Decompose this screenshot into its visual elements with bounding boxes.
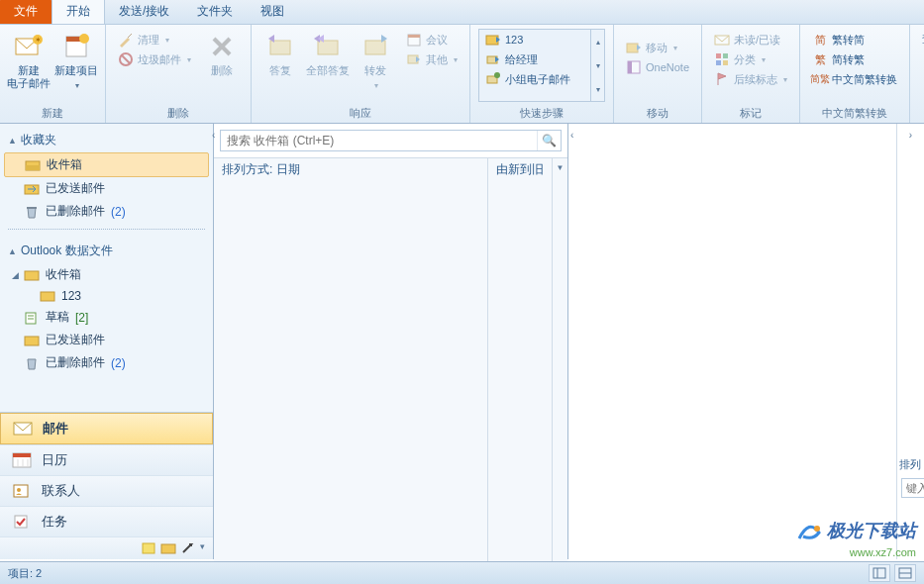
junk-button[interactable]: 垃圾邮件▾ bbox=[114, 50, 195, 68]
fav-inbox[interactable]: 收件箱 bbox=[4, 152, 209, 177]
team-mail-icon bbox=[485, 71, 501, 87]
module-tasks[interactable]: 任务 bbox=[0, 506, 213, 536]
nav-mini-buttons: ▾ bbox=[0, 536, 213, 559]
svg-rect-27 bbox=[716, 60, 721, 65]
search-button[interactable]: 🔍 bbox=[537, 131, 561, 150]
reply-all-button[interactable]: 全部答复 bbox=[305, 27, 351, 81]
df-inbox[interactable]: ◢ 收件箱 bbox=[0, 263, 213, 286]
list-collapse-handle[interactable]: ‹ bbox=[570, 130, 573, 141]
group-chinese-convert: 简繁转简 繁简转繁 简繁中文简繁转换 中文简繁转换 bbox=[800, 25, 910, 123]
module-contacts[interactable]: 联系人 bbox=[0, 475, 213, 506]
new-task-input[interactable] bbox=[901, 478, 924, 498]
view-reading-button[interactable] bbox=[894, 564, 916, 582]
arrange-label: 排列 bbox=[897, 453, 924, 476]
folder-icon bbox=[40, 289, 55, 303]
tab-file[interactable]: 文件 bbox=[0, 0, 51, 24]
gallery-more-icon[interactable]: ▾ bbox=[596, 85, 600, 94]
categorize-icon bbox=[714, 51, 730, 67]
svg-text:✶: ✶ bbox=[35, 36, 42, 45]
new-item-icon bbox=[60, 31, 92, 62]
svg-line-6 bbox=[128, 34, 132, 38]
todo-bar: › 排列 bbox=[896, 124, 924, 559]
tab-send-receive[interactable]: 发送/接收 bbox=[105, 0, 183, 24]
find-contact-button[interactable]: 查找联 bbox=[918, 31, 924, 48]
configure-mini-icon[interactable]: ▾ bbox=[200, 541, 205, 555]
svg-rect-11 bbox=[270, 41, 290, 54]
group-delete: 清理▾ 垃圾邮件▾ 删除 删除 bbox=[106, 25, 252, 123]
gallery-down-icon[interactable]: ▾ bbox=[596, 61, 600, 70]
move-button[interactable]: 移动▾ bbox=[622, 39, 693, 56]
respond-more-button[interactable]: 其他▾ bbox=[402, 50, 462, 68]
df-drafts[interactable]: 草稿 [2] bbox=[0, 306, 213, 329]
favorites-header[interactable]: ▲收藏夹 bbox=[0, 128, 213, 152]
gallery-up-icon[interactable]: ▴ bbox=[596, 38, 600, 47]
reply-icon bbox=[264, 31, 296, 62]
svg-line-8 bbox=[122, 55, 130, 63]
calendar-icon bbox=[12, 452, 32, 468]
new-item-label: 新建项目 bbox=[54, 64, 98, 77]
sort-dropdown-icon[interactable]: ▼ bbox=[552, 158, 567, 584]
svg-rect-49 bbox=[143, 543, 154, 553]
onenote-button[interactable]: OneNote bbox=[622, 58, 693, 76]
inbox-icon bbox=[24, 268, 40, 282]
collapse-icon: ▲ bbox=[8, 136, 17, 146]
trash-icon bbox=[24, 205, 40, 219]
clean-button[interactable]: 清理▾ bbox=[114, 31, 195, 49]
df-inbox-123[interactable]: 123 bbox=[0, 286, 213, 306]
sort-direction-label[interactable]: 由新到旧 bbox=[488, 158, 552, 584]
quick-steps-gallery[interactable]: 123 给经理 小组电子邮件 ▴ ▾ ▾ bbox=[478, 29, 605, 102]
tab-folder[interactable]: 文件夹 bbox=[183, 0, 247, 24]
chinese-convert-button[interactable]: 简繁中文简繁转换 bbox=[808, 70, 901, 88]
fav-sent[interactable]: 已发送邮件 bbox=[0, 177, 213, 200]
forward-button[interactable]: 转发▾ bbox=[353, 27, 398, 96]
svg-point-20 bbox=[494, 72, 500, 78]
tab-home[interactable]: 开始 bbox=[51, 0, 105, 24]
df-sent[interactable]: 已发送邮件 bbox=[0, 329, 213, 351]
shortcuts-mini-icon[interactable] bbox=[180, 541, 196, 555]
tab-view[interactable]: 视图 bbox=[247, 0, 298, 24]
search-box[interactable]: 🔍 bbox=[220, 130, 562, 151]
svg-point-5 bbox=[79, 34, 89, 44]
sort-by-label[interactable]: 排列方式: 日期 bbox=[214, 158, 488, 584]
junk-icon bbox=[118, 51, 134, 67]
filter-button[interactable]: 筛选 bbox=[918, 73, 924, 91]
delete-button[interactable]: 删除 bbox=[199, 27, 245, 81]
group-respond-label: 响应 bbox=[257, 105, 463, 123]
envelope-icon bbox=[714, 32, 730, 48]
trad-to-simp-button[interactable]: 简繁转简 bbox=[808, 31, 901, 49]
reply-button[interactable]: 答复 bbox=[257, 27, 303, 81]
group-move-label: 移动 bbox=[620, 105, 695, 123]
quick-step-team[interactable]: 小组电子邮件 bbox=[479, 69, 590, 89]
simp-to-trad-button[interactable]: 繁简转繁 bbox=[808, 50, 901, 68]
collapse-icon: ▲ bbox=[8, 246, 17, 256]
quick-step-123[interactable]: 123 bbox=[479, 30, 590, 49]
df-deleted[interactable]: 已删除邮件 (2) bbox=[0, 351, 213, 374]
reply-all-icon bbox=[312, 31, 344, 62]
expand-icon[interactable]: ◢ bbox=[12, 270, 19, 280]
search-input[interactable] bbox=[221, 131, 537, 150]
folder-mini-icon[interactable] bbox=[160, 541, 176, 555]
svg-rect-15 bbox=[408, 35, 420, 38]
sent-icon bbox=[24, 334, 40, 347]
nav-collapse-handle[interactable]: ‹ bbox=[212, 130, 215, 141]
followup-button[interactable]: 后续标志▾ bbox=[710, 70, 791, 88]
meeting-button[interactable]: 会议 bbox=[402, 31, 462, 49]
address-book-button[interactable]: 通讯 bbox=[918, 51, 924, 69]
fav-deleted[interactable]: 已删除邮件 (2) bbox=[0, 200, 213, 223]
view-normal-button[interactable] bbox=[869, 564, 890, 582]
module-mail[interactable]: 邮件 bbox=[0, 413, 213, 444]
todo-collapse-icon[interactable]: › bbox=[897, 124, 924, 146]
sort-header[interactable]: 排列方式: 日期 由新到旧 ▼ bbox=[214, 157, 567, 584]
ribbon: ✶ 新建 电子邮件 新建项目 ▾ 新建 清理▾ bbox=[0, 25, 924, 124]
svg-rect-21 bbox=[627, 44, 638, 52]
new-email-button[interactable]: ✶ 新建 电子邮件 bbox=[6, 27, 51, 94]
notes-mini-icon[interactable] bbox=[141, 541, 156, 555]
datafile-header[interactable]: ▲Outlook 数据文件 bbox=[0, 239, 213, 263]
main-area: ▲收藏夹 收件箱 已发送邮件 已删除邮件 (2) ▲Outlook 数据文件 ◢… bbox=[0, 124, 924, 559]
watermark: 极光下载站 www.xz7.com bbox=[795, 519, 916, 558]
quick-step-manager[interactable]: 给经理 bbox=[479, 49, 590, 69]
module-calendar[interactable]: 日历 bbox=[0, 444, 213, 475]
new-item-button[interactable]: 新建项目 ▾ bbox=[53, 27, 99, 96]
categorize-button[interactable]: 分类▾ bbox=[710, 50, 791, 68]
unread-button[interactable]: 未读/已读 bbox=[710, 31, 791, 49]
